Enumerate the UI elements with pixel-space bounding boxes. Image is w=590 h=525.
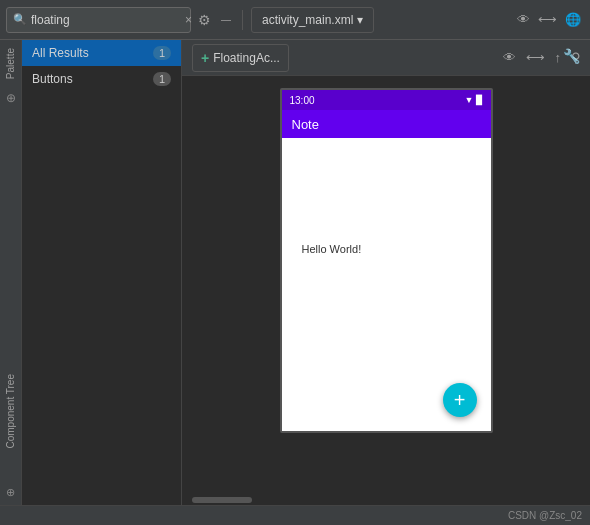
file-label: activity_main.xml	[262, 13, 353, 27]
preview-eye-button[interactable]: 👁	[500, 47, 519, 68]
globe-icon: 🌐	[565, 12, 581, 27]
fab-icon: +	[454, 389, 466, 412]
wrench-icon: 🔧	[563, 48, 580, 64]
arrows-icon: ⟷	[538, 12, 557, 27]
app-title: Note	[292, 117, 319, 132]
clear-icon[interactable]: ×	[185, 13, 192, 27]
floating-action-bar[interactable]: + FloatingAc...	[192, 44, 289, 72]
all-results-label: All Results	[32, 46, 89, 60]
minimize-button[interactable]: —	[218, 11, 234, 28]
fab-button[interactable]: +	[443, 383, 477, 417]
toolbar-icons: 👁 ⟷ 🌐	[514, 9, 584, 30]
plus-icon: +	[201, 50, 209, 66]
wifi-icon: ▼	[465, 95, 474, 105]
second-toolbar: + FloatingAc... 👁 ⟷ ↑ ⚲	[182, 40, 590, 76]
wrench-area[interactable]: 🔧	[563, 48, 580, 64]
buttons-item[interactable]: Buttons 1	[22, 66, 181, 92]
all-results-count: 1	[153, 46, 171, 60]
preview-arrows-button[interactable]: ⟷	[523, 47, 548, 68]
all-results-item[interactable]: All Results 1	[22, 40, 181, 66]
phone-title-bar: Note	[282, 110, 491, 138]
component-tree-tab-label[interactable]: Component Tree	[1, 366, 20, 457]
file-tab[interactable]: activity_main.xml ▾	[251, 7, 374, 33]
preview-up-icon: ↑	[555, 50, 562, 65]
phone-content: Hello World! +	[282, 138, 491, 431]
left-side-tabs: Palette ⊕ Component Tree ⊕	[0, 40, 22, 505]
buttons-count: 1	[153, 72, 171, 86]
phone-preview: 13:00 ▼ ▉ Note Hello World! +	[280, 88, 493, 433]
signal-icon: ▉	[476, 95, 483, 105]
preview-area: + FloatingAc... 👁 ⟷ ↑ ⚲ 🔧 13:00	[182, 40, 590, 505]
eye-button[interactable]: 👁	[514, 9, 533, 30]
bottom-side-icon: ⊕	[6, 486, 15, 499]
preview-eye-icon: 👁	[503, 50, 516, 65]
side-icon: ⊕	[6, 91, 16, 105]
main-content: Palette ⊕ Component Tree ⊕ All Results 1…	[0, 40, 590, 505]
top-toolbar: 🔍 × ⚙ — activity_main.xml ▾ 👁 ⟷ 🌐	[0, 0, 590, 40]
attribution-text: CSDN @Zsc_02	[508, 510, 582, 521]
search-icon: 🔍	[13, 13, 27, 26]
buttons-label: Buttons	[32, 72, 73, 86]
search-box[interactable]: 🔍 ×	[6, 7, 191, 33]
toolbar-separator	[242, 10, 243, 30]
eye-icon: 👁	[517, 12, 530, 27]
arrows-button[interactable]: ⟷	[535, 9, 560, 30]
bottom-strip: CSDN @Zsc_02	[0, 505, 590, 525]
preview-arrows-icon: ⟷	[526, 50, 545, 65]
palette-tab-label[interactable]: Palette	[1, 40, 20, 87]
scroll-bar-area[interactable]	[182, 495, 590, 505]
phone-time: 13:00	[290, 95, 315, 106]
search-panel: All Results 1 Buttons 1	[22, 40, 182, 505]
phone-status-bar: 13:00 ▼ ▉	[282, 90, 491, 110]
dropdown-arrow-icon: ▾	[357, 13, 363, 27]
settings-button[interactable]: ⚙	[195, 9, 214, 31]
scroll-thumb[interactable]	[192, 497, 252, 503]
hello-world-text: Hello World!	[302, 243, 362, 255]
floating-label: FloatingAc...	[213, 51, 280, 65]
search-input[interactable]	[31, 13, 181, 27]
globe-button[interactable]: 🌐	[562, 9, 584, 30]
dash-icon: —	[221, 14, 231, 25]
status-icons: ▼ ▉	[465, 95, 483, 105]
gear-icon: ⚙	[198, 12, 211, 28]
